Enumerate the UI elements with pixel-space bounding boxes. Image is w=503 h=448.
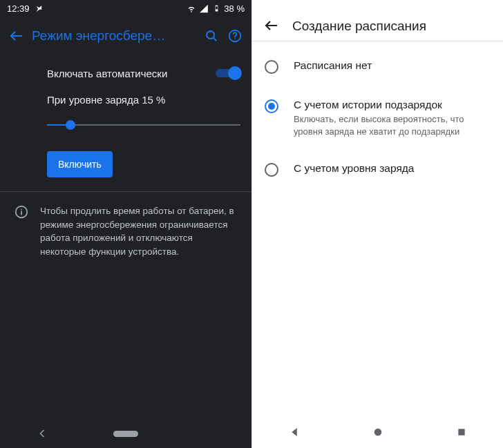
nav-spacer — [197, 421, 222, 446]
option-label: С учетом уровня заряда — [294, 162, 414, 175]
auto-enable-switch[interactable] — [216, 66, 240, 80]
battery-icon — [211, 3, 221, 13]
back-icon[interactable] — [8, 28, 25, 44]
svg-point-3 — [234, 38, 236, 39]
help-icon[interactable] — [227, 28, 243, 44]
threshold-slider[interactable] — [47, 118, 240, 132]
status-bar: 12:39 38 % — [0, 0, 252, 17]
radio-icon[interactable] — [265, 99, 278, 113]
nav-home-icon[interactable] — [366, 420, 390, 445]
svg-point-1 — [207, 31, 214, 39]
search-icon[interactable] — [203, 28, 220, 44]
nav-home-icon[interactable] — [113, 421, 138, 446]
back-icon[interactable] — [263, 17, 280, 34]
option-subtitle: Включать, если высока вероятность, что у… — [294, 113, 491, 137]
svg-rect-7 — [458, 429, 464, 435]
status-battery-text: 38 % — [224, 3, 245, 14]
option-percentage-based[interactable]: С учетом уровня заряда — [252, 150, 503, 189]
schedule-screen: Создание расписания Расписания нет С уче… — [252, 0, 503, 448]
info-text: Чтобы продлить время работы от батареи, … — [40, 204, 240, 258]
nav-back-icon[interactable] — [30, 421, 55, 446]
page-title: Режим энергосбере… — [32, 28, 196, 43]
nav-back-icon[interactable] — [282, 420, 307, 445]
option-no-schedule[interactable]: Расписания нет — [252, 47, 503, 86]
option-routine-based[interactable]: С учетом истории подзарядок Включать, ес… — [252, 86, 503, 150]
nav-bar — [252, 416, 503, 448]
radio-icon[interactable] — [265, 60, 278, 74]
nav-bar — [0, 419, 252, 448]
info-row: Чтобы продлить время работы от батареи, … — [0, 192, 252, 258]
svg-point-5 — [21, 208, 22, 210]
auto-enable-row[interactable]: Включать автоматически — [47, 62, 240, 88]
threshold-label: При уровне заряда 15 % — [47, 94, 240, 106]
status-time: 12:39 — [7, 3, 30, 14]
svg-point-6 — [374, 429, 381, 436]
enable-button[interactable]: Включить — [47, 151, 113, 177]
info-icon — [14, 204, 29, 220]
signal-icon — [199, 3, 209, 13]
toolbar: Режим энергосбере… — [0, 17, 252, 55]
auto-enable-label: Включать автоматически — [47, 68, 216, 79]
nav-recents-icon[interactable] — [449, 420, 474, 445]
threshold-block: При уровне заряда 15 % — [47, 88, 240, 132]
battery-saver-screen: 12:39 38 % Режим энергосбере… — [0, 0, 252, 448]
location-icon — [34, 3, 44, 13]
option-label: Расписания нет — [294, 59, 372, 72]
option-label: С учетом истории подзарядок — [294, 99, 491, 111]
radio-icon[interactable] — [265, 163, 278, 177]
schedule-options: Расписания нет С учетом истории подзаряд… — [252, 41, 503, 189]
toolbar: Создание расписания — [252, 0, 503, 41]
page-title: Создание расписания — [292, 19, 426, 34]
svg-rect-0 — [216, 6, 218, 9]
wifi-icon — [187, 3, 196, 13]
